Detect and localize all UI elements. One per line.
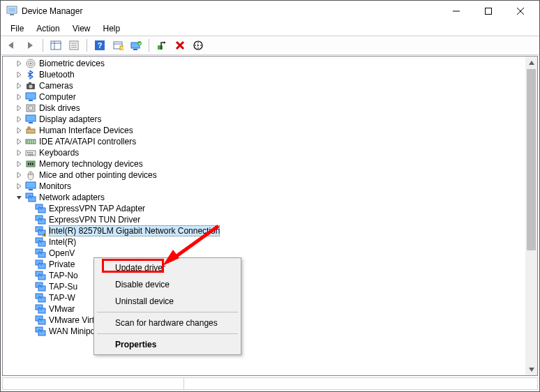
show-hide-tree-button[interactable] — [47, 38, 64, 53]
menu-action[interactable]: Action — [31, 23, 65, 34]
svg-rect-61 — [29, 197, 36, 202]
memory-icon — [25, 158, 36, 169]
context-menu-separator — [97, 333, 238, 334]
svg-rect-59 — [29, 189, 33, 190]
tree-device[interactable]: TAP-Su — [6, 281, 525, 292]
chevron-down-icon[interactable] — [15, 193, 24, 202]
svg-rect-1 — [8, 8, 15, 12]
svg-rect-85 — [38, 275, 45, 280]
tree-device[interactable]: Intel(R) 82579LM Gigabit Network Connect… — [6, 225, 525, 236]
context-menu-item[interactable]: Scan for hardware changes — [96, 315, 239, 331]
back-button[interactable] — [3, 38, 20, 53]
maximize-button[interactable] — [472, 1, 504, 22]
update-driver-tool-button[interactable] — [128, 38, 144, 53]
net-icon — [35, 315, 46, 326]
net-icon — [35, 326, 46, 337]
chevron-right-icon[interactable] — [15, 137, 24, 146]
uninstall-device-button[interactable] — [172, 38, 188, 53]
tree-device[interactable]: Intel(R) — [6, 236, 525, 248]
menu-help[interactable]: Help — [98, 23, 126, 34]
svg-rect-40 — [28, 127, 30, 129]
tree-device[interactable]: Private — [6, 259, 525, 270]
tree-item-label: Biometric devices — [39, 58, 105, 69]
tree-device[interactable]: TAP-No — [6, 270, 525, 281]
context-menu-item[interactable]: Uninstall device — [96, 293, 239, 310]
help-button[interactable]: ? — [91, 38, 108, 53]
tree-category[interactable]: Display adapters — [6, 114, 525, 125]
context-menu-item[interactable]: Update driver — [96, 259, 239, 276]
svg-rect-20 — [133, 49, 137, 50]
chevron-right-icon[interactable] — [15, 182, 24, 190]
net-icon — [35, 281, 46, 292]
tree-category[interactable]: Biometric devices — [6, 58, 525, 69]
tree-device[interactable]: TAP-W — [6, 292, 525, 303]
minimize-button[interactable] — [440, 1, 472, 22]
svg-point-30 — [29, 85, 33, 89]
scroll-thumb[interactable] — [527, 69, 536, 250]
tree-item-label: Mice and other pointing devices — [39, 169, 157, 181]
app-icon — [6, 6, 17, 17]
tree-item-label: ExpressVPN TUN Driver — [49, 214, 140, 225]
close-button[interactable] — [504, 1, 537, 22]
svg-rect-91 — [38, 297, 45, 302]
tree-device[interactable]: ExpressVPN TUN Driver — [6, 214, 525, 225]
tree-device[interactable]: VMware Virtual Ethernet Adapter for VMne… — [6, 315, 525, 326]
tool5-button[interactable] — [110, 38, 126, 53]
svg-point-28 — [30, 63, 32, 65]
chevron-right-icon[interactable] — [15, 115, 24, 123]
tree-category[interactable]: Disk drives — [6, 103, 525, 114]
tree-item-label: IDE ATA/ATAPI controllers — [39, 136, 136, 147]
context-menu-item[interactable]: Properties — [96, 336, 239, 353]
chevron-right-icon[interactable] — [15, 149, 24, 157]
mouse-icon — [25, 169, 36, 181]
chevron-right-icon[interactable] — [15, 104, 24, 112]
svg-text:?: ? — [98, 41, 103, 50]
svg-rect-31 — [29, 82, 31, 84]
tree-item-label: TAP-W — [49, 292, 75, 303]
tree-item-label: VMwar — [49, 303, 75, 315]
chevron-right-icon[interactable] — [15, 59, 24, 68]
tree-category[interactable]: Mice and other pointing devices — [6, 169, 525, 181]
scroll-down-arrow[interactable] — [525, 363, 537, 375]
chevron-right-icon[interactable] — [15, 93, 24, 101]
device-tree[interactable]: Biometric devicesBluetoothCamerasCompute… — [3, 56, 525, 375]
tree-category[interactable]: IDE ATA/ATAPI controllers — [6, 136, 525, 147]
toolbar-separator — [149, 39, 149, 52]
net-icon — [35, 248, 46, 259]
tree-category-network-adapters[interactable]: Network adapters — [6, 192, 525, 203]
chevron-right-icon[interactable] — [15, 160, 24, 168]
enable-device-button[interactable] — [153, 38, 170, 53]
tree-category[interactable]: Keyboards — [6, 147, 525, 158]
scan-hardware-button[interactable] — [190, 38, 207, 53]
tree-category[interactable]: Cameras — [6, 80, 525, 91]
svg-rect-53 — [30, 163, 31, 165]
chevron-right-icon[interactable] — [15, 70, 24, 79]
context-menu[interactable]: Update driverDisable deviceUninstall dev… — [93, 257, 241, 355]
svg-rect-88 — [38, 286, 45, 291]
svg-point-36 — [30, 107, 31, 109]
menu-view[interactable]: View — [67, 23, 96, 34]
tree-category[interactable]: Human Interface Devices — [6, 125, 525, 136]
chevron-right-icon[interactable] — [15, 171, 24, 179]
context-menu-item[interactable]: Disable device — [96, 276, 239, 293]
tree-category[interactable]: Memory technology devices — [6, 158, 525, 169]
context-menu-separator — [97, 312, 238, 312]
svg-rect-4 — [486, 8, 492, 15]
camera-icon — [25, 80, 36, 91]
menu-file[interactable]: File — [5, 23, 29, 34]
tree-device[interactable]: ExpressVPN TAP Adapter — [6, 203, 525, 214]
chevron-right-icon[interactable] — [15, 82, 24, 90]
vertical-scrollbar[interactable] — [525, 56, 537, 375]
tree-device[interactable]: VMwar — [6, 303, 525, 315]
tree-item-label: ExpressVPN TAP Adapter — [49, 203, 145, 214]
tree-category[interactable]: Bluetooth — [6, 69, 525, 80]
tree-category[interactable]: Monitors — [6, 181, 525, 192]
scroll-up-arrow[interactable] — [525, 56, 537, 68]
tree-device[interactable]: WAN Miniport (IKEv2) — [6, 326, 525, 337]
tree-device[interactable]: OpenV — [6, 248, 525, 259]
forward-button[interactable] — [22, 38, 38, 53]
net-icon — [35, 303, 46, 315]
tree-category[interactable]: Computer — [6, 91, 525, 103]
properties-button[interactable] — [66, 38, 82, 53]
chevron-right-icon[interactable] — [15, 126, 24, 135]
